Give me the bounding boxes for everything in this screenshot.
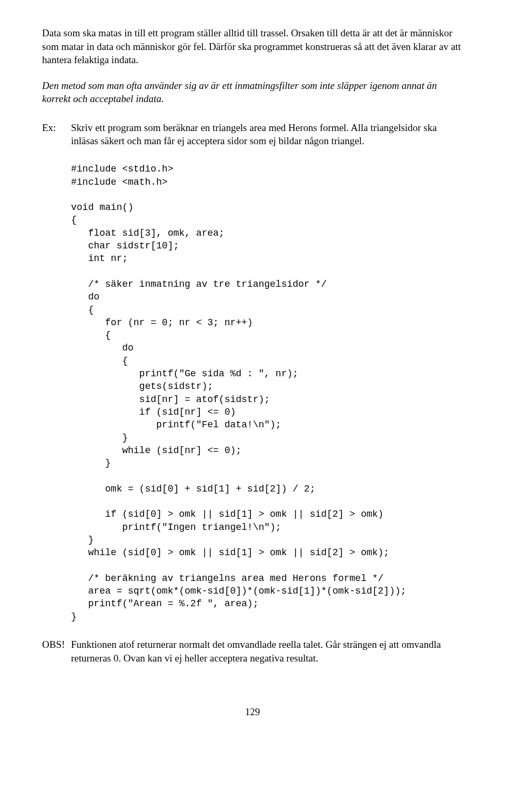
intro-paragraph-2: Den metod som man ofta använder sig av ä… [42,79,463,106]
example-text: Skriv ett program som beräknar en triang… [71,121,463,148]
page-number: 129 [42,705,463,719]
code-block: #include <stdio.h> #include <math.h> voi… [71,163,463,623]
obs-section: OBS! Funktionen atof returnerar normalt … [42,638,463,665]
example-section: Ex: Skriv ett program som beräknar en tr… [42,121,463,148]
obs-text: Funktionen atof returnerar normalt det o… [71,638,463,665]
obs-label: OBS! [42,638,71,665]
example-label: Ex: [42,121,71,148]
intro-paragraph-1: Data som ska matas in till ett program s… [42,26,463,67]
